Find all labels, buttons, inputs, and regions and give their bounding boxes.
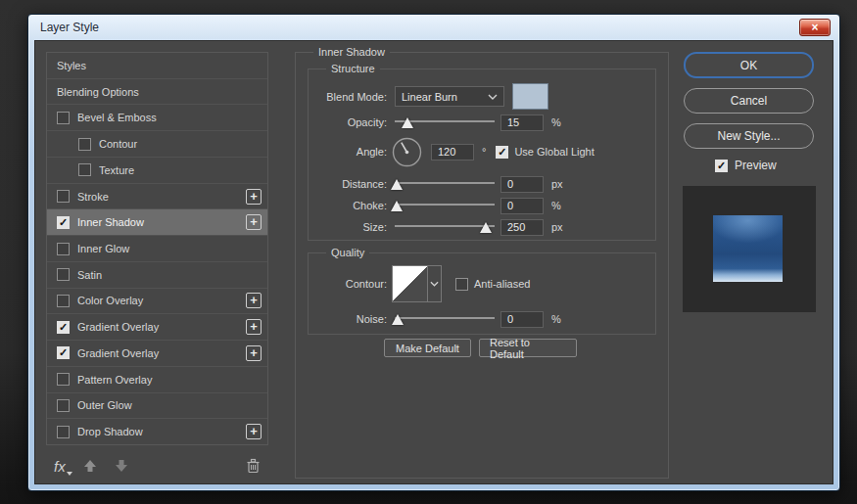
contour-dropdown-button[interactable]: [428, 265, 442, 302]
preview-thumbnail: [683, 186, 816, 312]
duplicate-effect-button[interactable]: +: [246, 189, 262, 205]
sidebar-effect-checkbox[interactable]: [57, 399, 70, 412]
slider-thumb[interactable]: [392, 314, 404, 325]
slider-thumb[interactable]: [391, 201, 403, 211]
sidebar-item-bevel-emboss[interactable]: Bevel & Emboss: [47, 105, 267, 131]
duplicate-effect-button[interactable]: +: [246, 345, 262, 361]
slider-thumb[interactable]: [402, 117, 413, 128]
dialog-titlebar[interactable]: Layer Style: [28, 15, 839, 40]
panel-title: Inner Shadow: [313, 46, 390, 58]
angle-dial[interactable]: [392, 137, 422, 167]
sidebar-item-texture[interactable]: Texture: [47, 158, 267, 184]
sidebar-item-label: Stroke: [77, 191, 238, 203]
size-unit: px: [551, 221, 563, 233]
noise-slider[interactable]: [395, 311, 495, 327]
move-effect-up-button[interactable]: [83, 459, 97, 473]
sidebar-effect-checkbox[interactable]: [57, 243, 70, 255]
structure-legend: Structure: [326, 63, 380, 74]
sidebar-effect-checkbox[interactable]: ✓: [57, 216, 70, 229]
preview-label: Preview: [735, 159, 777, 172]
duplicate-effect-button[interactable]: +: [246, 214, 262, 230]
sidebar-effect-checkbox[interactable]: [57, 112, 70, 124]
preview-toggle-row: ✓ Preview: [715, 159, 777, 172]
opacity-input[interactable]: 15: [500, 115, 544, 131]
sidebar-effect-checkbox[interactable]: [57, 268, 70, 281]
fx-menu-button[interactable]: fx: [54, 458, 66, 475]
duplicate-effect-button[interactable]: +: [246, 293, 262, 308]
cancel-button[interactable]: Cancel: [684, 88, 814, 114]
contour-picker[interactable]: [392, 265, 442, 302]
distance-row: Distance: 0 px: [309, 175, 655, 193]
contour-label: Contour:: [309, 278, 387, 290]
sidebar-item-label: Satin: [77, 269, 262, 281]
noise-unit: %: [551, 313, 561, 325]
reset-to-default-button[interactable]: Reset to Default: [479, 339, 577, 357]
distance-input[interactable]: 0: [500, 176, 544, 193]
structure-group: Structure Blend Mode: Linear Burn Opacit…: [308, 69, 656, 241]
slider-thumb[interactable]: [480, 222, 492, 233]
anti-aliased-checkbox[interactable]: [455, 278, 468, 291]
sidebar-effect-checkbox[interactable]: [57, 426, 70, 438]
sidebar-effect-checkbox[interactable]: [57, 190, 70, 203]
sidebar-item-gradient-overlay[interactable]: ✓Gradient Overlay+: [47, 314, 267, 341]
make-default-button[interactable]: Make Default: [384, 339, 471, 357]
sidebar-effect-checkbox[interactable]: ✓: [57, 346, 70, 359]
move-effect-down-button[interactable]: [115, 459, 128, 473]
layer-style-dialog: Layer Style × StylesBlending OptionsBeve…: [27, 14, 840, 491]
new-style-button[interactable]: New Style...: [684, 123, 814, 149]
size-row: Size: 250 px: [309, 218, 655, 236]
shadow-color-swatch[interactable]: [512, 83, 548, 110]
delete-effect-button[interactable]: [246, 458, 261, 474]
preview-checkbox[interactable]: ✓: [715, 160, 728, 172]
contour-row: Contour: Anti-aliased: [309, 265, 655, 302]
size-slider[interactable]: [395, 219, 495, 235]
angle-row: Angle: 120 ° ✓ Use Global Light: [309, 136, 655, 167]
sidebar-item-blending-options[interactable]: Blending Options: [47, 79, 267, 106]
sidebar-effect-checkbox[interactable]: [57, 373, 70, 386]
sidebar-item-contour[interactable]: Contour: [47, 131, 267, 158]
angle-input[interactable]: 120: [431, 144, 474, 160]
sidebar-item-pattern-overlay[interactable]: Pattern Overlay: [47, 367, 267, 393]
sidebar-item-color-overlay[interactable]: Color Overlay+: [47, 289, 267, 315]
duplicate-effect-button[interactable]: +: [246, 319, 262, 335]
photoshop-workspace: Layer Style × StylesBlending OptionsBeve…: [0, 0, 857, 504]
close-button[interactable]: ×: [799, 19, 831, 36]
sidebar-item-gradient-overlay-2[interactable]: ✓Gradient Overlay+: [47, 341, 267, 367]
sidebar-item-inner-glow[interactable]: Inner Glow: [47, 236, 267, 262]
sidebar-effect-checkbox[interactable]: [78, 138, 91, 151]
use-global-light-checkbox[interactable]: ✓: [496, 146, 508, 159]
duplicate-effect-button[interactable]: +: [246, 424, 262, 439]
sidebar-item-stroke[interactable]: Stroke+: [47, 184, 267, 210]
opacity-slider[interactable]: [395, 115, 495, 130]
sidebar-effect-checkbox[interactable]: [78, 163, 91, 176]
sidebar-item-outer-glow[interactable]: Outer Glow: [47, 393, 267, 420]
contour-thumbnail[interactable]: [392, 265, 428, 302]
sidebar-item-label: Gradient Overlay: [77, 321, 238, 333]
chevron-down-icon: [430, 281, 439, 287]
sidebar-item-styles[interactable]: Styles: [47, 53, 267, 79]
blend-mode-select[interactable]: Linear Burn: [395, 86, 504, 107]
sidebar-item-drop-shadow[interactable]: Drop Shadow+: [47, 419, 267, 444]
sidebar-effect-checkbox[interactable]: [57, 295, 70, 307]
anti-aliased-label: Anti-aliased: [474, 278, 530, 290]
dialog-title: Layer Style: [40, 21, 99, 34]
choke-input[interactable]: 0: [500, 198, 544, 214]
choke-row: Choke: 0 %: [309, 197, 655, 214]
sidebar-item-label: Bevel & Emboss: [77, 112, 262, 123]
sidebar-item-label: Blending Options: [57, 86, 262, 98]
sidebar-item-inner-shadow[interactable]: ✓Inner Shadow+: [47, 209, 267, 236]
sidebar-item-label: Texture: [99, 164, 262, 176]
slider-track: [395, 317, 495, 319]
chevron-down-icon: [488, 94, 498, 100]
opacity-unit: %: [551, 116, 561, 128]
choke-slider[interactable]: [395, 198, 495, 213]
size-label: Size:: [309, 221, 387, 233]
sidebar-item-label: Contour: [99, 138, 262, 150]
slider-thumb[interactable]: [391, 179, 403, 190]
sidebar-item-satin[interactable]: Satin: [47, 262, 267, 289]
distance-slider[interactable]: [395, 176, 495, 192]
size-input[interactable]: 250: [500, 219, 544, 236]
sidebar-effect-checkbox[interactable]: ✓: [57, 321, 70, 334]
ok-button[interactable]: OK: [684, 52, 814, 78]
noise-input[interactable]: 0: [500, 311, 544, 328]
